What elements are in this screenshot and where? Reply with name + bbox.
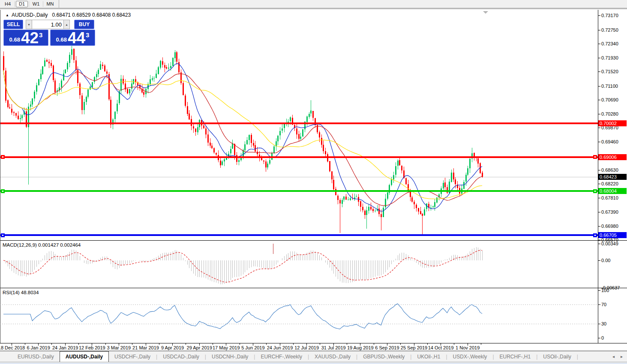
svg-text:0.67390: 0.67390 bbox=[601, 209, 618, 215]
svg-text:29 Apr 2019: 29 Apr 2019 bbox=[187, 345, 212, 350]
rsi-indicator-label: RSI(14) 48.8034 bbox=[3, 290, 39, 295]
timeframe-toolbar: H4D1W1MN bbox=[0, 0, 627, 8]
volume-increase-button[interactable]: ▲ bbox=[63, 20, 70, 29]
sell-price-display[interactable]: 0.68423 bbox=[3, 30, 48, 46]
svg-text:24 Jun 2019: 24 Jun 2019 bbox=[267, 345, 293, 350]
triangle-down-icon: ▼ bbox=[27, 23, 30, 26]
svg-text:5 Jun 2019: 5 Jun 2019 bbox=[241, 345, 264, 350]
toolbar-separator bbox=[43, 1, 43, 7]
tab-audusd-daily[interactable]: AUDUSD-,Daily bbox=[60, 351, 109, 362]
sell-price-prefix: 0.68 bbox=[9, 36, 20, 43]
svg-text:0.70280: 0.70280 bbox=[601, 111, 618, 116]
svg-text:9 Apr 2019: 9 Apr 2019 bbox=[161, 345, 184, 350]
volume-input[interactable] bbox=[32, 20, 63, 29]
svg-text:0: 0 bbox=[601, 335, 604, 340]
svg-text:0.73170: 0.73170 bbox=[601, 13, 618, 18]
svg-text:0.68630: 0.68630 bbox=[601, 167, 618, 173]
svg-text:12 Feb 2019: 12 Feb 2019 bbox=[79, 345, 105, 350]
svg-text:0.72750: 0.72750 bbox=[601, 27, 618, 33]
svg-text:6 Jan 2019: 6 Jan 2019 bbox=[27, 345, 50, 350]
price-badge-0.69006: 0.69006 bbox=[600, 155, 617, 160]
one-click-trading-panel: SELL ▼ ▲ BUY 0.68423 0.68443 bbox=[3, 20, 96, 46]
buy-price-display[interactable]: 0.68443 bbox=[50, 30, 95, 46]
hline-0.68004[interactable] bbox=[0, 189, 598, 193]
chart-tabbar: EURUSD-,DailyAUDUSD-,DailyUSDCHF-,Daily|… bbox=[0, 351, 627, 362]
sell-button[interactable]: SELL bbox=[3, 20, 23, 29]
ma-45-line bbox=[3, 70, 482, 199]
tab-usdcad-daily[interactable]: USDCAD-,Daily bbox=[157, 352, 205, 362]
svg-text:17 May 2019: 17 May 2019 bbox=[213, 345, 240, 350]
buy-price-pip: 3 bbox=[86, 31, 89, 39]
tab-usoil-daily[interactable]: USOil-,Daily bbox=[537, 352, 576, 362]
tab-xauusd-daily[interactable]: XAUUSD-,Daily bbox=[309, 352, 356, 362]
svg-text:0.72340: 0.72340 bbox=[601, 41, 618, 46]
svg-text:0.66980: 0.66980 bbox=[601, 224, 618, 229]
svg-text:21 Mar 2019: 21 Mar 2019 bbox=[132, 345, 159, 350]
chart-window: 0.731700.727500.723400.719300.715200.711… bbox=[0, 9, 627, 351]
tab-usdx-weekly[interactable]: USDX-,Weekly bbox=[447, 352, 493, 362]
chart-tabs-list: EURUSD-,DailyAUDUSD-,DailyUSDCHF-,Daily|… bbox=[0, 351, 578, 362]
svg-text:19 Aug 2019: 19 Aug 2019 bbox=[347, 345, 374, 350]
price-axis: 0.731700.727500.723400.719300.715200.711… bbox=[598, 13, 618, 242]
tab-eurchf-weekly[interactable]: EURCHF-,Weekly bbox=[255, 352, 307, 362]
hline-0.69006[interactable] bbox=[0, 155, 598, 159]
chart-shift-icon[interactable] bbox=[483, 11, 488, 14]
tab-eurchf-h1[interactable]: EURCHF-,H1 bbox=[494, 352, 537, 362]
tab-scroll-arrows: ◂ ▸ bbox=[612, 354, 623, 360]
svg-text:31 Jul 2019: 31 Jul 2019 bbox=[321, 345, 346, 350]
collapse-panel-icon[interactable]: ▲ bbox=[6, 13, 9, 17]
svg-text:0.71520: 0.71520 bbox=[601, 69, 618, 74]
chart-canvas[interactable]: 0.731700.727500.723400.719300.715200.711… bbox=[0, 9, 627, 351]
timeframe-h4-button[interactable]: H4 bbox=[2, 1, 14, 7]
price-badge-0.68423: 0.68423 bbox=[600, 174, 617, 179]
svg-text:24 Jan 2019: 24 Jan 2019 bbox=[52, 345, 78, 350]
timeframe-d1-button[interactable]: D1 bbox=[16, 1, 28, 7]
macd-signal-line bbox=[3, 251, 482, 283]
trading-terminal: H4D1W1MN 0.731700.727500.723400.719300.7… bbox=[0, 0, 627, 364]
tab-scroll-right-icon[interactable]: ▸ bbox=[621, 354, 623, 360]
price-badge-0.70002: 0.70002 bbox=[600, 121, 617, 126]
timeframe-mn-button[interactable]: MN bbox=[44, 1, 56, 7]
tab-gbpusd-weekly[interactable]: GBPUSD-,Weekly bbox=[357, 352, 410, 362]
svg-text:100: 100 bbox=[601, 288, 609, 293]
sell-price-pip: 3 bbox=[39, 31, 42, 39]
buy-button[interactable]: BUY bbox=[74, 20, 94, 29]
timeframe-w1-button[interactable]: W1 bbox=[30, 1, 42, 7]
tab-eurusd-daily[interactable]: EURUSD-,Daily bbox=[12, 352, 60, 362]
panel-borders bbox=[0, 10, 627, 343]
price-badge-0.66705: 0.66705 bbox=[600, 233, 617, 238]
svg-text:0.00349: 0.00349 bbox=[601, 241, 618, 246]
price-badges: 0.700020.690060.680040.667050.68423 bbox=[598, 120, 627, 239]
date-axis: 18 Dec 20186 Jan 201924 Jan 201912 Feb 2… bbox=[0, 343, 481, 350]
hline-0.66705[interactable] bbox=[0, 233, 598, 237]
tab-usdcnh-daily[interactable]: USDCNH-,Daily bbox=[206, 352, 254, 362]
chart-ohlc-values: 0.68471 0.68529 0.68408 0.68423 bbox=[52, 12, 131, 18]
buy-price-prefix: 0.68 bbox=[56, 36, 67, 43]
macd-indicator-label: MACD(12,26,9) 0.001427 0.002464 bbox=[3, 242, 81, 248]
toolbar-separator bbox=[29, 1, 29, 7]
tab-ukoil-h1[interactable]: UKOil-,H1 bbox=[411, 352, 446, 362]
svg-text:3 Mar 2019: 3 Mar 2019 bbox=[107, 345, 131, 350]
triangle-up-icon: ▲ bbox=[65, 23, 68, 26]
price-badge-0.68004: 0.68004 bbox=[600, 188, 617, 194]
svg-text:0.00: 0.00 bbox=[601, 258, 610, 263]
buy-price-digits: 44 bbox=[68, 32, 85, 44]
svg-text:12 Jul 2019: 12 Jul 2019 bbox=[294, 345, 319, 350]
svg-text:0.71100: 0.71100 bbox=[601, 84, 618, 89]
svg-text:1 Nov 2019: 1 Nov 2019 bbox=[456, 345, 480, 350]
svg-text:30: 30 bbox=[601, 321, 606, 326]
rsi-axis: 10070300 bbox=[598, 288, 609, 340]
macd-axis: 0.003490.00-0.00637 bbox=[598, 241, 620, 290]
svg-text:70: 70 bbox=[601, 302, 606, 307]
ma-21-line bbox=[3, 70, 482, 206]
volume-stepper: ▼ ▲ bbox=[26, 20, 70, 29]
svg-text:25 Sep 2019: 25 Sep 2019 bbox=[401, 345, 427, 350]
svg-text:6 Sep 2019: 6 Sep 2019 bbox=[375, 345, 399, 350]
svg-text:0.68220: 0.68220 bbox=[601, 181, 618, 186]
chart-symbol-period: AUDUSD-,Daily bbox=[12, 12, 48, 18]
volume-decrease-button[interactable]: ▼ bbox=[26, 20, 32, 29]
tab-scroll-left-icon[interactable]: ◂ bbox=[612, 354, 615, 360]
svg-text:0.67810: 0.67810 bbox=[601, 195, 618, 200]
tab-usdchf-daily[interactable]: USDCHF-,Daily bbox=[109, 352, 156, 362]
svg-text:0.70690: 0.70690 bbox=[601, 97, 618, 102]
